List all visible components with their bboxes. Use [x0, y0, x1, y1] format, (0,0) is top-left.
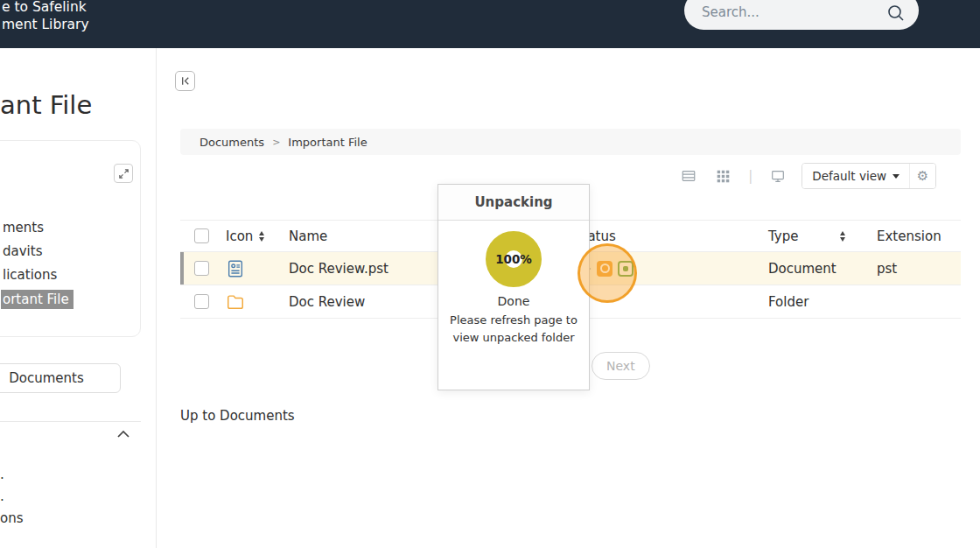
row-cell-icon — [212, 252, 273, 285]
topbar: e to Safelink ment Library — [0, 0, 980, 48]
collapse-panel-icon — [178, 74, 192, 88]
sidebar-item-documents[interactable]: ments — [1, 216, 74, 240]
modal-title: Unpacking — [438, 185, 589, 221]
row-cell-status — [567, 285, 768, 318]
app-window: e to Safelink ment Library ant File ment… — [0, 0, 980, 548]
view-options-group: Default view ⚙ — [802, 163, 936, 189]
sidebar: ant File ments davits lications ortant F… — [0, 48, 157, 548]
grid-view-icon — [716, 169, 731, 184]
sidebar-lower-item[interactable]: ons — [0, 508, 24, 530]
row-cell-icon — [212, 285, 273, 318]
app-title-line1: e to Safelink — [2, 0, 89, 16]
toolbar-separator: | — [746, 168, 754, 184]
collapse-section-button[interactable] — [116, 428, 130, 441]
column-header-extension[interactable]: Extension — [875, 221, 961, 251]
sort-icon — [840, 231, 845, 242]
breadcrumb-separator: > — [272, 137, 280, 148]
progress-donut: 100% — [486, 231, 542, 287]
expand-panel-button[interactable] — [114, 164, 133, 183]
unpack-status-icon — [597, 261, 612, 277]
folder-icon — [226, 292, 245, 312]
search-box — [684, 0, 919, 30]
unpacked-folder-icon — [618, 261, 634, 277]
default-view-dropdown[interactable]: Default view — [802, 164, 909, 188]
up-to-documents-button[interactable]: Documents — [0, 363, 121, 393]
sidebar-lower-item[interactable]: . — [0, 486, 24, 508]
search-input[interactable] — [702, 2, 868, 23]
modal-message-line2: view unpacked folder — [438, 329, 589, 347]
sidebar-lower-list: . . ons — [0, 464, 24, 530]
column-header-status[interactable]: Status — [567, 221, 768, 251]
caret-down-icon — [892, 174, 900, 179]
column-header-icon-label: Icon — [226, 228, 253, 244]
divider — [0, 421, 141, 422]
app-title: e to Safelink ment Library — [2, 0, 89, 33]
column-header-type-label: Type — [768, 228, 798, 244]
sidebar-item-affidavits[interactable]: davits — [1, 240, 74, 263]
column-header-name-label: Name — [289, 228, 327, 244]
gear-icon: ⚙ — [917, 168, 928, 183]
header-cell-checkbox — [180, 221, 212, 251]
list-view-button[interactable] — [677, 168, 700, 184]
modal-message: Please refresh page to view unpacked fol… — [438, 312, 589, 347]
default-view-label: Default view — [812, 169, 886, 183]
breadcrumb-documents[interactable]: Documents — [200, 136, 264, 149]
row-checkbox[interactable] — [194, 261, 209, 276]
modal-message-line1: Please refresh page to — [438, 312, 589, 329]
row-cell-type: Folder — [768, 285, 875, 318]
document-icon — [226, 259, 245, 278]
row-cell-status — [567, 252, 768, 285]
expand-icon — [117, 167, 130, 180]
sidebar-item-applications[interactable]: lications — [1, 263, 74, 287]
page-title: ant File — [0, 90, 92, 120]
list-view-icon — [681, 168, 696, 184]
row-cell-type: Document — [768, 252, 875, 285]
sidebar-panel: ments davits lications ortant File — [0, 140, 141, 337]
sidebar-lower-item[interactable]: . — [0, 464, 24, 486]
chevron-up-icon — [116, 430, 130, 439]
collapse-sidebar-button[interactable] — [175, 71, 195, 91]
column-header-extension-label: Extension — [877, 228, 942, 244]
breadcrumb-important-file: Important File — [288, 136, 367, 149]
row-cell-extension — [875, 285, 961, 318]
column-header-type[interactable]: Type — [768, 221, 875, 251]
select-all-checkbox[interactable] — [194, 228, 209, 243]
up-to-documents-link[interactable]: Up to Documents — [180, 408, 295, 424]
app-title-line2: ment Library — [2, 16, 89, 33]
sidebar-folder-list: ments davits lications ortant File — [1, 216, 74, 311]
status-icons — [584, 261, 634, 277]
search-icon[interactable] — [886, 3, 906, 24]
row-checkbox[interactable] — [194, 294, 209, 309]
sidebar-item-important-file[interactable]: ortant File — [1, 290, 74, 309]
row-cell-checkbox — [180, 285, 212, 318]
progress-percent: 100% — [505, 250, 522, 268]
display-view-button[interactable] — [766, 168, 789, 184]
view-settings-button[interactable]: ⚙ — [909, 164, 935, 188]
progress-status: Done — [438, 294, 589, 308]
monitor-icon — [770, 168, 786, 184]
sort-icon — [259, 231, 264, 242]
row-cell-extension: pst — [875, 252, 961, 285]
row-cell-checkbox — [180, 252, 212, 285]
next-button[interactable]: Next — [592, 352, 650, 380]
column-header-icon[interactable]: Icon — [212, 221, 273, 251]
unpacking-modal: Unpacking 100% Done Please refresh page … — [438, 184, 590, 390]
grid-view-button[interactable] — [712, 169, 734, 184]
breadcrumb: Documents > Important File — [180, 129, 961, 155]
